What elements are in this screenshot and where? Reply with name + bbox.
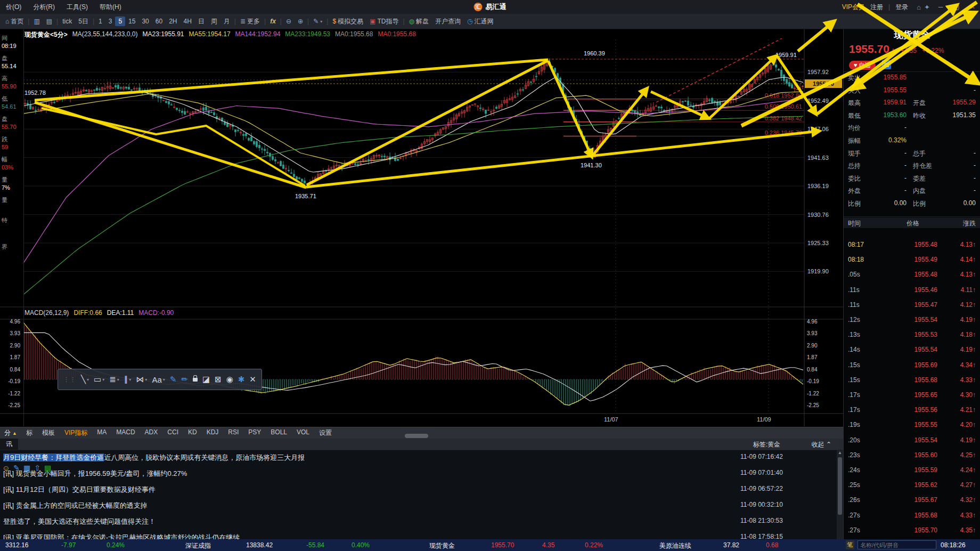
- toolbar-button-4H[interactable]: 4H: [180, 17, 194, 26]
- current-price-tag: 1955.70: [805, 79, 842, 88]
- toolbar-button-▤[interactable]: ▤: [43, 17, 55, 26]
- toolbar-button-30[interactable]: 30: [138, 17, 152, 26]
- toolbar-label: 月: [224, 17, 230, 26]
- period-label[interactable]: 分 ▲: [0, 428, 21, 437]
- pencil-tool[interactable]: ✎: [170, 375, 177, 384]
- tab-MA[interactable]: MA: [92, 428, 111, 437]
- toolbar-button-✎[interactable]: ✎▾: [310, 17, 325, 26]
- keyboard-icon[interactable]: ▦: [23, 464, 30, 472]
- toolbar-button-3[interactable]: 3: [105, 17, 116, 26]
- chevron-down-icon: ▾: [145, 377, 147, 382]
- tab-PSY[interactable]: PSY: [243, 428, 266, 437]
- news-item[interactable]: [讯] 贵金属上方的空间或已经被大幅度的透支掉11-09 00:32:10: [3, 501, 834, 512]
- menu-0[interactable]: 价(O): [0, 3, 27, 11]
- minimize-button[interactable]: ─: [935, 3, 946, 11]
- news-tab[interactable]: 讯: [0, 438, 18, 450]
- tick-tab[interactable]: 笔: [846, 540, 854, 549]
- status-item: -7.97: [61, 541, 76, 549]
- vip-member-link[interactable]: VIP会员: [842, 3, 865, 12]
- emoji-icon[interactable]: ☺: [2, 464, 10, 472]
- toolbar-button-5日[interactable]: 5日: [75, 16, 92, 27]
- send-icon[interactable]: ⇧: [34, 464, 40, 472]
- tab-设置[interactable]: 设置: [314, 428, 337, 437]
- tab-BOLL[interactable]: BOLL: [266, 428, 292, 437]
- toolbar-button-fx[interactable]: fx: [267, 17, 279, 26]
- vline-tool[interactable]: ∥▾: [124, 375, 132, 384]
- scroll-thumb[interactable]: [838, 457, 842, 515]
- toolbar-label: 60: [156, 18, 162, 25]
- eraser-tool[interactable]: ◪: [202, 375, 210, 384]
- apps-icon[interactable]: ▤: [44, 464, 51, 472]
- tape-row: .26s1955.674.32↑: [844, 493, 980, 508]
- toolbar-button-5[interactable]: 5: [115, 17, 125, 26]
- pen-icon[interactable]: ✎: [13, 464, 20, 472]
- hline-tool[interactable]: ≣▾: [109, 375, 119, 384]
- main-chart[interactable]: 1957.921952.491947.061941.631936.191930.…: [0, 29, 843, 426]
- toolbar-button-周[interactable]: 周: [208, 16, 220, 27]
- scroll-up-icon[interactable]: ▲: [837, 450, 843, 456]
- toolbar-button-日[interactable]: 日: [195, 16, 208, 27]
- login-link[interactable]: 登录: [895, 3, 908, 12]
- main-toolbar: ⌂首页|▥▤|tick5日|1351530602H4H日周月|≣更多|fx|⊖⊕…: [0, 14, 980, 29]
- toolbar-button-⊕[interactable]: ⊕: [295, 17, 306, 26]
- toolbar-button-15[interactable]: 15: [125, 17, 138, 26]
- toolbar-button-汇通网[interactable]: ◷汇通网: [464, 16, 496, 27]
- tab-MACD[interactable]: MACD: [111, 428, 140, 437]
- brush-tool[interactable]: ✏: [181, 375, 188, 384]
- wave-tool[interactable]: ⋈▾: [136, 375, 147, 384]
- news-item[interactable]: 月9日财经早餐：拜登胜选金价逼近八周高位，脱欧协议本周或有关键消息，原油市场将迎…: [3, 453, 834, 464]
- lock-tool[interactable]: [193, 378, 198, 382]
- settings-tool[interactable]: ✱: [238, 375, 245, 384]
- toolbar-button-开户查询[interactable]: 开户查询: [432, 16, 464, 27]
- toolbar-button-60[interactable]: 60: [152, 17, 166, 26]
- toolbar-button-TD指导[interactable]: ▣TD指导: [366, 16, 402, 27]
- toolbar-button-模拟交易[interactable]: $模拟交易: [329, 16, 366, 27]
- symbol-search-input[interactable]: [858, 540, 936, 549]
- collapse-button[interactable]: 收起 ⌃: [812, 440, 831, 449]
- toolbar-button-tick[interactable]: tick: [59, 17, 75, 26]
- line-tool[interactable]: ╲▾: [81, 375, 89, 384]
- register-link[interactable]: 注册: [870, 3, 883, 12]
- tab-KDJ[interactable]: KDJ: [202, 428, 224, 437]
- tab-CCI[interactable]: CCI: [162, 428, 183, 437]
- visibility-tool[interactable]: ◉: [226, 375, 233, 384]
- toolbar-button-⊖[interactable]: ⊖: [283, 17, 295, 26]
- indicator-value: 现货黄金<5分>: [24, 30, 68, 39]
- tab-标[interactable]: 标: [21, 428, 37, 437]
- news-item[interactable]: [讯] 亚美尼亚国防部：在纳戈尔诺-卡拉巴赫地区战略城市舒沙的战斗仍在继续11-…: [3, 533, 834, 539]
- pane-resize-handle[interactable]: [405, 434, 428, 438]
- tape-price: 1955.48: [888, 271, 937, 278]
- close-button[interactable]: ✕: [967, 3, 978, 11]
- menu-2[interactable]: 工具(S): [61, 3, 94, 11]
- news-item[interactable]: [讯] 现货黄金小幅回升，报1956.59美元/盎司，涨幅约0.27%11-09…: [3, 469, 834, 480]
- toolbar-button-首页[interactable]: ⌂首页: [2, 16, 27, 27]
- text-tool[interactable]: Aa▾: [152, 375, 165, 384]
- delete-tool[interactable]: ⊠: [215, 375, 222, 384]
- symbol-news-icon[interactable]: ▤: [882, 60, 891, 69]
- toolbar-button-▥[interactable]: ▥: [30, 17, 43, 26]
- toolbar-button-解盘[interactable]: ◍解盘: [406, 16, 432, 27]
- menu-3[interactable]: 帮助(H): [94, 3, 127, 11]
- tab-KD[interactable]: KD: [183, 428, 202, 437]
- tab-RSI[interactable]: RSI: [223, 428, 243, 437]
- tab-模板[interactable]: 模板: [37, 428, 60, 437]
- home-icon[interactable]: ✦: [924, 3, 930, 11]
- toolbar-button-更多[interactable]: ≣更多: [237, 16, 263, 27]
- shape-tool[interactable]: ▭▾: [94, 375, 104, 384]
- toolbar-button-2H[interactable]: 2H: [166, 17, 180, 26]
- add-favorite-button[interactable]: ♥ 自选: [849, 61, 876, 70]
- toolbar-button-1[interactable]: 1: [95, 17, 105, 26]
- tab-ADX[interactable]: ADX: [140, 428, 163, 437]
- maximize-button[interactable]: ▢: [951, 3, 962, 11]
- news-scrollbar[interactable]: ▲: [837, 450, 843, 539]
- quote-label: 最低: [848, 111, 861, 120]
- news-item[interactable]: [讯] 11月12日（周四）交易日重要数据及财经事件11-09 06:57:22: [3, 485, 834, 496]
- up-arrow-icon: ↑: [891, 46, 895, 54]
- toolbar-button-月[interactable]: 月: [220, 16, 233, 27]
- menu-1[interactable]: 分析(R): [27, 3, 61, 11]
- news-item[interactable]: 登胜选了，美国大选还有这些关键问题值得关注！11-08 21:30:53: [3, 517, 834, 528]
- tab-VOL[interactable]: VOL: [292, 428, 314, 437]
- close-tool[interactable]: ✕: [249, 375, 256, 384]
- skin-icon[interactable]: ⌂: [917, 3, 921, 11]
- tab-VIP指标[interactable]: VIP指标: [60, 428, 92, 437]
